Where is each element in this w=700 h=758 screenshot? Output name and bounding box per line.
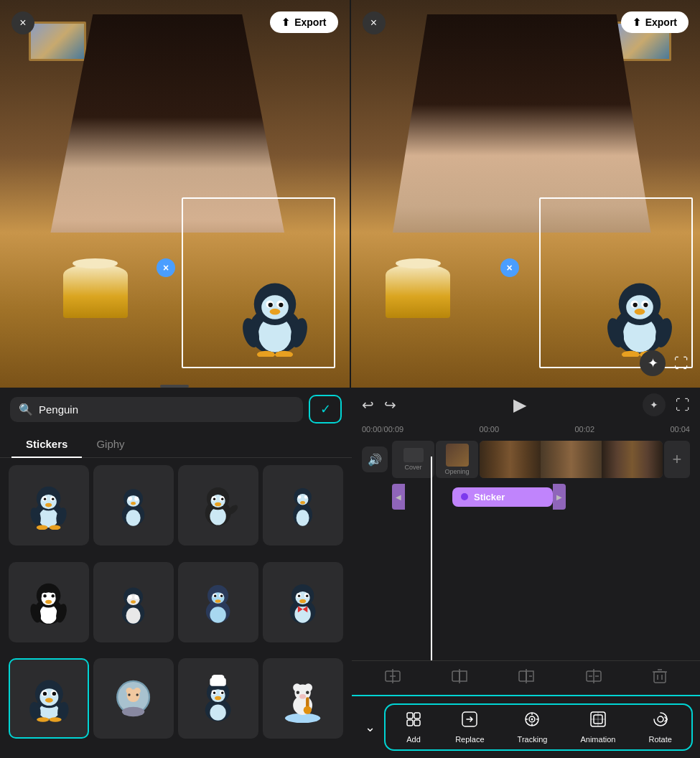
svg-point-127 [213,691,215,693]
play-btn[interactable]: ▶ [513,395,526,415]
animation-icon [589,711,607,732]
redo-btn[interactable]: ↪ [384,396,396,413]
sticker-grid [0,458,352,758]
svg-point-57 [297,510,309,526]
search-confirm-btn[interactable]: ✓ [309,395,342,424]
search-input[interactable] [39,403,294,416]
sticker-search-panel: 🔍 ✓ Stickers Giphy [0,388,352,758]
bottom-actions-bar: ⌄ Add [352,695,700,758]
svg-rect-156 [654,672,666,683]
left-panel-close-btn[interactable]: × [11,11,34,34]
current-time: 00:00 [362,425,382,434]
video-segment[interactable] [480,441,663,478]
svg-point-71 [46,600,52,604]
sticker-track-pill[interactable]: Sticker [452,487,553,507]
right-scene [351,0,701,388]
sticker-item-4[interactable] [263,465,343,546]
rotate-icon [652,711,669,732]
svg-point-138 [306,691,309,693]
svg-point-122 [210,704,226,720]
svg-point-112 [37,717,49,721]
replace-label: Replace [455,735,484,744]
sticker-item-3[interactable] [178,465,258,546]
sticker-dot [461,493,468,500]
right-export-btn[interactable]: ⬆ Export [621,11,689,33]
split-both-btn[interactable] [580,665,607,691]
cover-label: Cover [404,464,421,471]
export-icon-right: ⬆ [633,17,641,28]
sticker-item-7[interactable] [178,562,258,642]
sticker-track-label: Sticker [474,492,505,502]
action-animation[interactable]: Animation [580,711,615,744]
cover-block[interactable]: Cover [392,441,434,478]
sticker-item-9[interactable] [9,658,89,739]
right-panel-close-btn[interactable]: × [363,11,386,34]
tracking-icon [523,711,541,732]
sticker-item-10[interactable] [93,658,174,739]
opening-block[interactable]: Opening [436,441,478,478]
sticker-item-5[interactable] [9,562,89,642]
svg-point-40 [126,510,141,526]
svg-point-34 [46,503,52,507]
svg-point-98 [300,599,307,604]
svg-point-128 [221,691,223,693]
fullscreen-btn[interactable]: ⛶ [674,350,689,376]
right-cake [386,264,450,318]
timeline-area: 🔊 Cover Opening [352,436,700,660]
svg-point-45 [131,502,136,505]
svg-rect-161 [407,713,413,719]
split-add-btn[interactable] [379,665,406,691]
magic-wand-btn[interactable]: ✦ [643,393,666,416]
action-rotate[interactable]: Rotate [648,711,671,744]
sticker-item-2[interactable] [93,465,174,546]
svg-point-33 [52,498,54,500]
left-scene [0,0,350,388]
svg-rect-163 [414,713,420,719]
right-export-label: Export [645,17,677,28]
animation-label: Animation [580,735,615,744]
svg-point-70 [52,594,55,597]
svg-rect-164 [414,720,420,726]
action-add[interactable]: Add [405,711,422,744]
sticker-selection-box-right [539,197,693,368]
collapse-btn[interactable]: ⌄ [359,719,381,735]
thumb-2 [541,441,602,478]
marker-2: 00:04 [670,425,690,434]
main-track: Cover Opening + [392,441,690,478]
cover-opening-group: Cover Opening [392,441,478,478]
add-track-btn[interactable]: + [664,441,690,478]
right-video-panel: × ⬆ Export × ✦ ⛶ [350,0,701,388]
thumb-1 [480,441,541,478]
sticker-item-12[interactable] [263,658,343,739]
split-left-btn[interactable] [446,665,473,691]
sticker-item-6[interactable] [93,562,174,642]
right-controls: ✦ ⛶ [640,350,689,376]
tab-giphy[interactable]: Giphy [82,431,139,457]
tab-stickers[interactable]: Stickers [11,431,82,457]
svg-rect-162 [407,720,413,726]
left-video-panel: × ⬆ Export × [0,0,350,388]
sticker-close-right[interactable]: × [500,258,519,277]
svg-point-79 [135,595,139,599]
svg-point-107 [42,692,46,696]
svg-point-89 [215,599,221,602]
delete-btn[interactable] [647,665,673,691]
undo-btn[interactable]: ↩ [362,396,374,413]
sticker-item-8[interactable] [263,562,343,642]
sticker-item-1[interactable] [9,465,89,546]
magic-btn[interactable]: ✦ [640,350,666,376]
svg-point-32 [44,498,46,500]
action-tracking[interactable]: Tracking [518,711,548,744]
fullscreen-timeline-btn[interactable]: ⛶ [676,397,690,413]
left-export-btn[interactable]: ⬆ Export [270,11,337,33]
sticker-close-left[interactable]: × [157,258,175,277]
split-right-btn[interactable] [513,665,540,691]
svg-point-78 [129,595,133,599]
svg-point-47 [210,507,226,525]
sticker-tabs: Stickers Giphy [0,431,352,458]
sticker-item-11[interactable] [178,658,258,739]
playback-controls: ↩ ↪ ▶ ✦ ⛶ [352,388,700,422]
action-replace[interactable]: Replace [455,711,484,744]
svg-point-136 [304,683,312,691]
svg-point-91 [295,605,311,623]
